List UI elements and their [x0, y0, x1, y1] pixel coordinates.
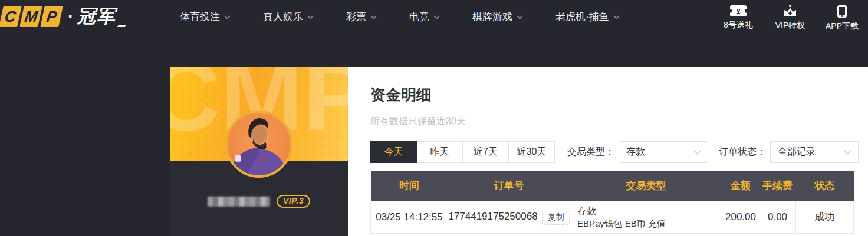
col-header-time: 时间 [371, 171, 448, 201]
tab-today[interactable]: 今天 [370, 141, 417, 163]
nav-item-label: 体育投注 [180, 10, 220, 24]
user-info-row: VIP.3 [170, 195, 348, 208]
cell-time: 03/25 14:12:55 [371, 201, 448, 233]
site-logo[interactable]: C M P · 冠军 [1, 4, 126, 29]
chevron-down-icon [693, 150, 701, 155]
cell-order-no: 1774419175250068复制 [448, 201, 570, 233]
chevron-down-icon [224, 15, 231, 19]
nav-item-esports[interactable]: 电竞 [409, 10, 440, 24]
funds-panel: 资金明细 所有数据只保留近30天 今天 昨天 近7天 近30天 交易类型： 存款… [348, 67, 868, 236]
cell-transaction-type: 存款 EBPay钱包-EB币 充值 [570, 201, 722, 233]
order-status-select[interactable]: 全部记录 [770, 141, 859, 163]
gift-voucher-icon: ¥ [729, 5, 747, 17]
phone-icon [837, 5, 847, 18]
quick-link-label: APP下载 [826, 21, 859, 32]
cell-fee: 0.00 [760, 201, 796, 233]
svg-text:¥: ¥ [736, 7, 741, 16]
profile-sidebar: CMP VIP.3 [170, 67, 348, 236]
table-row: 03/25 14:12:55 1774419175250068复制 存款 EBP… [371, 201, 854, 233]
transaction-type-line2: EBPay钱包-EB币 充值 [577, 218, 717, 230]
gift-link[interactable]: ¥ 8号送礼 [719, 1, 757, 31]
funds-table: 时间 订单号 交易类型 金额 手续费 状态 03/25 14:12:55 177… [370, 171, 854, 234]
tab-last-30-days[interactable]: 近30天 [508, 141, 555, 163]
logo-dot: · [68, 6, 74, 26]
chevron-down-icon [433, 15, 440, 19]
chevron-down-icon [370, 15, 377, 19]
tab-yesterday[interactable]: 昨天 [416, 141, 463, 163]
col-header-amount: 金额 [722, 171, 760, 201]
quick-link-label: VIP特权 [775, 21, 805, 31]
top-navigation-bar: C M P · 冠军 体育投注 真人娱乐 彩票 电竞 棋牌游戏 老虎机·捕鱼 [0, 0, 868, 33]
blurred-username [208, 197, 270, 207]
tab-last-7-days[interactable]: 近7天 [462, 141, 509, 163]
date-range-tabs: 今天 昨天 近7天 近30天 [370, 141, 555, 163]
col-header-type: 交易类型 [570, 171, 722, 201]
nav-item-label: 电竞 [409, 10, 429, 24]
page-subtitle: 所有数据只保留近30天 [370, 115, 868, 128]
nav-item-label: 老虎机·捕鱼 [555, 10, 609, 24]
transaction-type-label: 交易类型： [567, 146, 614, 158]
order-number: 1774419175250068 [448, 211, 537, 222]
chevron-down-icon [517, 15, 523, 19]
col-header-order-no: 订单号 [448, 171, 570, 201]
table-header-row: 时间 订单号 交易类型 金额 手续费 状态 [371, 171, 854, 201]
col-header-status: 状态 [796, 171, 854, 201]
page-title: 资金明细 [370, 85, 868, 105]
nav-item-sports[interactable]: 体育投注 [180, 10, 231, 24]
nav-item-label: 真人娱乐 [263, 10, 303, 24]
logo-letter-block: M [19, 6, 42, 27]
filter-row: 今天 昨天 近7天 近30天 交易类型： 存款 订单状态： 全部记录 [370, 141, 868, 163]
col-header-fee: 手续费 [760, 171, 796, 201]
nav-item-board-games[interactable]: 棋牌游戏 [472, 10, 523, 24]
transaction-type-line1: 存款 [577, 205, 717, 218]
app-download-link[interactable]: APP下载 [823, 1, 861, 32]
chevron-down-icon [844, 150, 851, 155]
nav-item-lottery[interactable]: 彩票 [346, 10, 377, 24]
sidebar-divider [179, 221, 320, 221]
nav-item-slots-fishing[interactable]: 老虎机·捕鱼 [555, 10, 620, 24]
quick-links: ¥ 8号送礼 VIP特权 APP下载 [719, 1, 861, 32]
transaction-type-value: 存款 [626, 146, 645, 158]
logo-letter-block: P [40, 6, 63, 27]
cell-amount: 200.00 [722, 201, 760, 233]
nav-item-label: 棋牌游戏 [472, 10, 512, 24]
nav-item-label: 彩票 [346, 10, 366, 24]
nav-item-live-casino[interactable]: 真人娱乐 [263, 10, 314, 24]
status-badge: 成功 [796, 201, 854, 233]
transaction-type-select[interactable]: 存款 [619, 141, 708, 163]
order-status-value: 全部记录 [778, 146, 816, 158]
footballer-avatar-image [228, 113, 290, 175]
vip-link[interactable]: VIP特权 [771, 1, 809, 31]
chevron-down-icon [613, 15, 620, 19]
vip-level-badge: VIP.3 [277, 195, 310, 208]
logo-letter-block: C [0, 6, 22, 27]
chevron-down-icon [307, 15, 314, 19]
order-status-label: 订单状态： [719, 146, 766, 158]
avatar [225, 111, 292, 178]
copy-button[interactable]: 复制 [542, 210, 570, 225]
crown-icon [782, 5, 798, 18]
logo-brand-text: 冠军 [77, 4, 126, 29]
quick-link-label: 8号送礼 [724, 20, 753, 31]
main-menu: 体育投注 真人娱乐 彩票 电竞 棋牌游戏 老虎机·捕鱼 [180, 10, 620, 24]
